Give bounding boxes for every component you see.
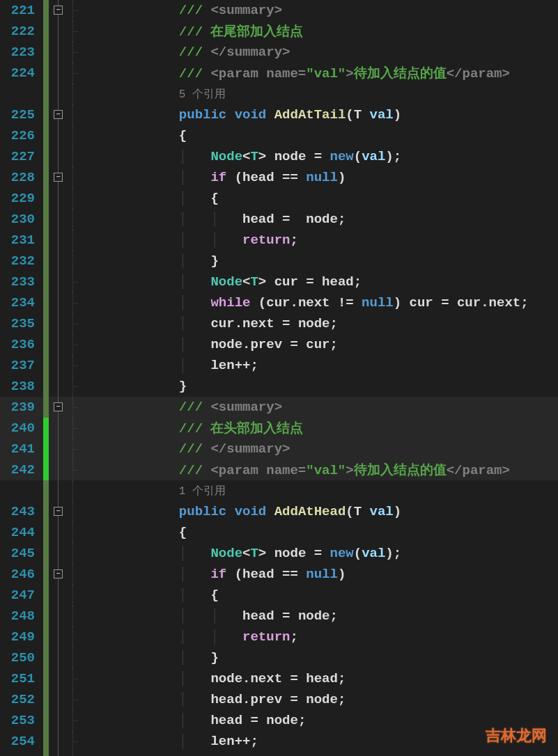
line-number[interactable]: 233 [0, 274, 43, 290]
code-line[interactable]: 236 │ node.prev = cur; [0, 334, 558, 355]
fold-collapse-icon[interactable]: − [54, 569, 63, 578]
fold-gutter[interactable] [49, 480, 68, 501]
fold-gutter[interactable] [49, 647, 68, 668]
code-content[interactable]: │ head = node; [84, 713, 306, 728]
line-number[interactable]: 235 [0, 316, 43, 331]
code-line[interactable]: 225− public void AddAtTail(T val) [0, 104, 558, 125]
code-content[interactable]: │ { [84, 191, 219, 206]
code-content[interactable]: 1 个引用 [84, 483, 226, 498]
code-content[interactable]: │ if (head == null) [84, 170, 346, 185]
line-number[interactable]: 223 [0, 45, 43, 60]
code-line[interactable]: 227 │ Node<T> node = new(val); [0, 146, 558, 167]
line-number[interactable]: 222 [0, 24, 43, 39]
line-number[interactable]: 226 [0, 128, 43, 143]
code-line[interactable]: 240 /// 在头部加入结点 [0, 418, 558, 439]
fold-gutter[interactable] [49, 355, 68, 376]
fold-gutter[interactable] [49, 188, 68, 209]
line-number[interactable]: 246 [0, 567, 43, 582]
code-line[interactable]: 224 /// <param name="val">待加入结点的值</param… [0, 63, 558, 84]
code-content[interactable]: /// 在头部加入结点 [84, 419, 303, 437]
code-content[interactable]: /// <param name="val">待加入结点的值</param> [84, 64, 510, 82]
code-line[interactable]: 248 │ │ head = node; [0, 606, 558, 627]
fold-collapse-icon[interactable]: − [54, 507, 63, 516]
line-number[interactable]: 244 [0, 525, 43, 540]
code-line[interactable]: 226 { [0, 125, 558, 146]
code-content[interactable]: │ } [84, 650, 219, 666]
line-number[interactable]: 241 [0, 441, 43, 457]
fold-gutter[interactable] [49, 418, 68, 439]
fold-collapse-icon[interactable]: − [54, 110, 63, 119]
code-line[interactable]: 242 /// <param name="val">待加入结点的值</param… [0, 459, 558, 480]
fold-gutter[interactable]: − [49, 0, 68, 21]
code-content[interactable]: │ │ return; [84, 233, 298, 248]
code-line[interactable]: 222 /// 在尾部加入结点 [0, 21, 558, 42]
code-line[interactable]: 235 │ cur.next = node; [0, 313, 558, 334]
line-number[interactable]: 221 [0, 3, 43, 18]
code-line[interactable]: 229 │ { [0, 188, 558, 209]
code-line[interactable]: 249 │ │ return; [0, 627, 558, 647]
fold-gutter[interactable]: − [49, 501, 68, 522]
fold-collapse-icon[interactable]: − [54, 402, 63, 411]
code-content[interactable]: │ Node<T> node = new(val); [84, 546, 401, 561]
fold-gutter[interactable] [49, 251, 68, 271]
code-content[interactable]: │ Node<T> node = new(val); [84, 149, 401, 164]
code-content[interactable]: │ if (head == null) [84, 567, 346, 582]
fold-gutter[interactable] [49, 689, 68, 710]
code-line[interactable]: 244 { [0, 522, 558, 543]
fold-gutter[interactable] [49, 146, 68, 167]
line-number[interactable]: 254 [0, 734, 43, 749]
fold-gutter[interactable] [49, 627, 68, 647]
fold-gutter[interactable] [49, 543, 68, 564]
fold-gutter[interactable] [49, 125, 68, 146]
fold-gutter[interactable] [49, 292, 68, 313]
code-line[interactable]: 247 │ { [0, 585, 558, 606]
fold-gutter[interactable] [49, 209, 68, 230]
code-content[interactable]: /// <summary> [84, 3, 282, 18]
code-content[interactable]: /// 在尾部加入结点 [84, 22, 303, 40]
fold-gutter[interactable]: − [49, 104, 68, 125]
fold-gutter[interactable] [49, 334, 68, 355]
code-content[interactable]: │ Node<T> cur = head; [84, 274, 362, 290]
code-line[interactable]: 230 │ │ head = node; [0, 209, 558, 230]
code-line[interactable]: 234 │ while (cur.next != null) cur = cur… [0, 292, 558, 313]
fold-gutter[interactable] [49, 376, 68, 397]
code-line[interactable]: 239− /// <summary> [0, 397, 558, 418]
line-number[interactable]: 229 [0, 191, 43, 206]
line-number[interactable]: 250 [0, 650, 43, 666]
line-number[interactable]: 249 [0, 629, 43, 645]
line-number[interactable]: 243 [0, 504, 43, 519]
line-number[interactable]: 252 [0, 692, 43, 707]
code-line[interactable]: 238 } [0, 376, 558, 397]
code-line[interactable]: 233 │ Node<T> cur = head; [0, 271, 558, 292]
line-number[interactable]: 224 [0, 65, 43, 81]
code-line[interactable]: 228− │ if (head == null) [0, 167, 558, 188]
line-number[interactable]: 231 [0, 233, 43, 248]
code-line[interactable]: 251 │ node.next = head; [0, 668, 558, 689]
fold-gutter[interactable] [49, 271, 68, 292]
fold-gutter[interactable]: − [49, 397, 68, 418]
code-content[interactable]: { [84, 525, 187, 540]
fold-gutter[interactable]: − [49, 167, 68, 188]
fold-collapse-icon[interactable]: − [54, 6, 63, 15]
line-number[interactable]: 239 [0, 400, 43, 415]
code-content[interactable]: │ } [84, 253, 219, 269]
code-line[interactable]: 232 │ } [0, 251, 558, 271]
code-line[interactable]: 250 │ } [0, 647, 558, 668]
code-content[interactable]: { [84, 128, 187, 143]
line-number[interactable]: 225 [0, 107, 43, 123]
code-content[interactable]: │ { [84, 588, 219, 603]
code-line[interactable]: 241 /// </summary> [0, 439, 558, 459]
fold-gutter[interactable] [49, 585, 68, 606]
line-number[interactable]: 230 [0, 212, 43, 227]
fold-collapse-icon[interactable]: − [54, 173, 63, 182]
code-line[interactable]: 252 │ head.prev = node; [0, 689, 558, 710]
fold-gutter[interactable] [49, 439, 68, 459]
code-line[interactable]: 245 │ Node<T> node = new(val); [0, 543, 558, 564]
code-content[interactable]: │ len++; [84, 358, 258, 373]
code-line[interactable]: 223 /// </summary> [0, 42, 558, 63]
fold-gutter[interactable] [49, 710, 68, 731]
code-content[interactable]: │ │ return; [84, 629, 298, 645]
line-number[interactable]: 245 [0, 546, 43, 561]
fold-gutter[interactable] [49, 84, 68, 104]
code-content[interactable]: │ head.prev = node; [84, 692, 346, 707]
